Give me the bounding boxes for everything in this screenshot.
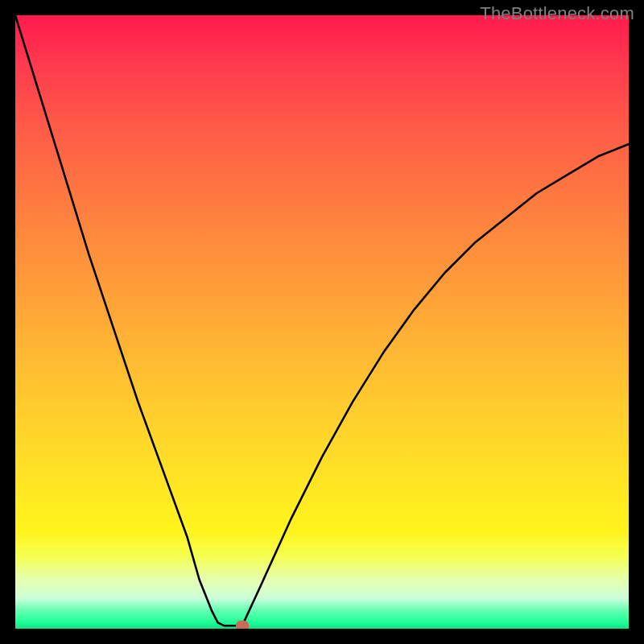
bottleneck-curve (15, 15, 629, 625)
plot-area (15, 15, 629, 629)
chart-frame: TheBottleneck.com (0, 0, 644, 644)
watermark-text: TheBottleneck.com (480, 3, 634, 24)
curve-svg (15, 15, 629, 629)
min-marker (236, 621, 249, 629)
